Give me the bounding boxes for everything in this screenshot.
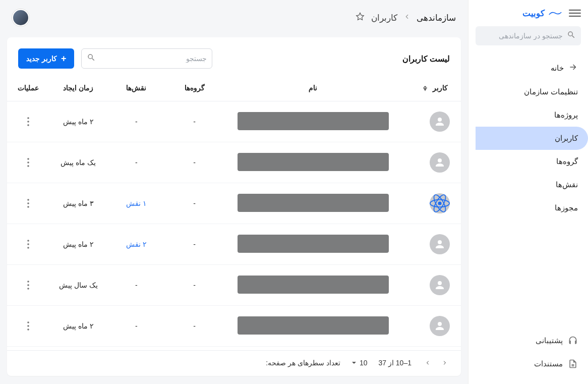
cell-roles: - — [107, 101, 165, 142]
users-card: لیست کاربران + کاربر جدید — [7, 37, 461, 376]
sidebar-item-label: مستندات — [534, 359, 563, 368]
star-icon[interactable] — [355, 12, 365, 24]
cell-groups: - — [165, 265, 223, 306]
sidebar-nav: خانه تنظیمات سازمان پروژه‌ها کاربران گرو… — [468, 52, 588, 326]
sidebar-item-label: کاربران — [555, 134, 578, 143]
search-icon — [87, 53, 96, 64]
arrow-right-icon — [569, 63, 578, 73]
svg-point-19 — [27, 321, 29, 323]
svg-point-13 — [27, 240, 29, 242]
col-actions: عملیات — [7, 78, 49, 101]
cell-user — [403, 142, 461, 183]
row-avatar[interactable] — [430, 112, 450, 132]
table-search[interactable] — [81, 48, 212, 69]
pagination-prev[interactable] — [440, 358, 450, 368]
table-row: -۲ نقش۲ ماه پیش — [7, 224, 461, 265]
roles-link[interactable]: ۲ نقش — [126, 240, 147, 248]
sidebar-item-label: نقش‌ها — [556, 180, 578, 189]
col-name[interactable]: نام — [223, 78, 403, 101]
row-avatar[interactable] — [430, 316, 450, 336]
row-avatar[interactable] — [430, 234, 450, 254]
sidebar-item-label: مجوزها — [555, 203, 578, 212]
svg-point-10 — [27, 199, 29, 201]
col-user[interactable]: کاربر — [403, 78, 461, 101]
sidebar: کوبیت خانه تنظیمات سازمان پروژه‌ — [468, 0, 588, 384]
cell-created: ۳ ماه پیش — [49, 183, 107, 224]
col-created[interactable]: زمان ایجاد — [49, 78, 107, 101]
card-header: لیست کاربران + کاربر جدید — [7, 48, 461, 78]
cell-created: ۲ ماه پیش — [49, 101, 107, 142]
name-redacted — [238, 112, 389, 130]
sidebar-item-home[interactable]: خانه — [468, 56, 588, 80]
new-user-button[interactable]: + کاربر جدید — [18, 48, 74, 69]
row-avatar[interactable] — [430, 193, 450, 213]
sidebar-search[interactable] — [476, 26, 581, 45]
cell-groups: - — [165, 224, 223, 265]
sidebar-item-label: پروژه‌ها — [554, 111, 578, 120]
row-actions-button[interactable] — [22, 279, 35, 292]
svg-point-20 — [27, 325, 29, 327]
support-icon — [568, 336, 578, 346]
row-actions-button[interactable] — [22, 156, 35, 169]
plus-icon: + — [61, 54, 67, 63]
chevron-left-icon — [403, 13, 410, 23]
cell-actions — [7, 142, 49, 183]
sidebar-item-projects[interactable]: پروژه‌ها — [468, 103, 588, 127]
row-actions-button[interactable] — [22, 319, 35, 333]
sidebar-item-label: خانه — [551, 64, 564, 73]
row-actions-button[interactable] — [22, 238, 35, 251]
new-user-label: کاربر جدید — [26, 54, 57, 63]
sidebar-header: کوبیت — [468, 7, 588, 26]
brand-wave-icon — [549, 10, 562, 17]
svg-point-3 — [27, 158, 29, 160]
cell-actions — [7, 224, 49, 265]
cell-actions — [7, 265, 49, 306]
sidebar-item-docs[interactable]: مستندات — [476, 354, 581, 374]
roles-link[interactable]: ۱ نقش — [126, 199, 147, 207]
breadcrumb-page: کاربران — [371, 13, 397, 23]
row-actions-button[interactable] — [22, 197, 35, 210]
cell-actions — [7, 183, 49, 224]
sidebar-search-input[interactable] — [475, 32, 563, 40]
roles-value: - — [135, 118, 138, 126]
svg-point-5 — [27, 165, 29, 167]
cell-created: ۲ ماه پیش — [49, 224, 107, 265]
table-search-input[interactable] — [100, 54, 207, 63]
table-row: -۱ نقش۳ ماه پیش — [7, 183, 461, 224]
sidebar-bottom: پشتیبانی مستندات — [468, 326, 588, 384]
svg-point-0 — [27, 117, 29, 119]
groups-value: - — [193, 158, 196, 167]
sidebar-item-label: گروه‌ها — [556, 157, 578, 166]
cell-groups: - — [165, 142, 223, 183]
roles-value: - — [135, 281, 138, 289]
col-groups[interactable]: گروه‌ها — [165, 78, 223, 101]
sidebar-item-roles[interactable]: نقش‌ها — [468, 173, 588, 196]
sidebar-item-users[interactable]: کاربران — [476, 127, 588, 150]
sidebar-item-org-settings[interactable]: تنظیمات سازمان — [468, 80, 588, 103]
pagination-next[interactable] — [423, 358, 433, 368]
row-actions-button[interactable] — [22, 115, 35, 128]
hamburger-icon[interactable] — [569, 7, 581, 19]
name-redacted — [238, 235, 389, 253]
card-title: لیست کاربران — [402, 54, 450, 64]
cell-roles: - — [107, 142, 165, 183]
user-avatar[interactable] — [12, 9, 29, 26]
svg-point-15 — [27, 247, 29, 249]
row-avatar[interactable] — [430, 152, 450, 173]
rows-per-page-label: تعداد سطرهای هر صفحه: — [266, 359, 340, 367]
sidebar-item-groups[interactable]: گروه‌ها — [468, 150, 588, 173]
cell-roles: - — [107, 265, 165, 306]
sidebar-item-permissions[interactable]: مجوزها — [468, 196, 588, 220]
col-roles[interactable]: نقش‌ها — [107, 78, 165, 101]
cell-user — [403, 224, 461, 265]
svg-point-6 — [438, 202, 441, 205]
table-row: --یک ماه پیش — [7, 142, 461, 183]
groups-value: - — [193, 281, 196, 289]
row-avatar[interactable] — [430, 275, 450, 295]
sidebar-item-support[interactable]: پشتیبانی — [476, 331, 581, 351]
page-size-select[interactable]: 10 — [351, 359, 368, 367]
cell-user — [403, 306, 461, 347]
brand[interactable]: کوبیت — [522, 8, 562, 19]
breadcrumb-org[interactable]: سازماندهی — [417, 13, 456, 23]
cell-name — [223, 224, 403, 265]
